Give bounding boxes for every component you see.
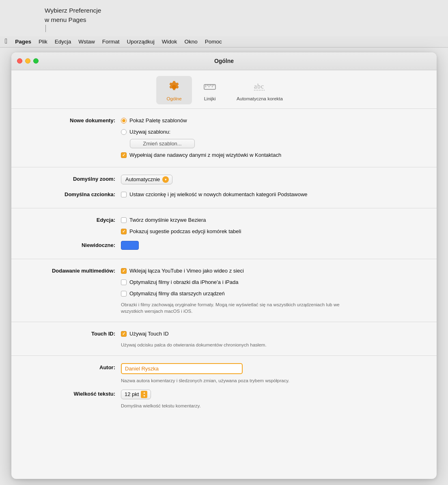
section-touchid: Touch ID: Używaj Touch ID Używaj odcisku…	[11, 322, 437, 356]
menu-okno[interactable]: Okno	[181, 38, 201, 45]
touchid-desc: Używaj odcisku palca do otwierania dokum…	[121, 342, 416, 348]
apple-menu[interactable]: 	[3, 37, 11, 45]
content-author: Nazwa autora komentarzy i śledzonych zmi…	[121, 363, 416, 384]
traffic-lights	[17, 58, 39, 64]
row-author: Autor: Nazwa autora komentarzy i śledzon…	[32, 363, 416, 384]
option-set-font-row: Ustaw czcionkę i jej wielkość w nowych d…	[121, 190, 416, 199]
menubar:  Pages Plik Edycja Wstaw Format Uporząd…	[0, 36, 448, 48]
stepper-arrows-icon: ▲ ▼	[141, 391, 147, 398]
label-set-font: Ustaw czcionkę i jej wielkość w nowych d…	[129, 191, 308, 197]
tab-autokorekta-label: Automatyczna korekta	[237, 96, 283, 101]
invisible-color-swatch[interactable]	[121, 241, 139, 250]
preferences-window: Ogólne Ogólne	[11, 52, 437, 479]
menu-edycja[interactable]: Edycja	[51, 38, 75, 45]
label-new-documents: Nowe dokumenty:	[32, 116, 121, 123]
menu-pomoc[interactable]: Pomoc	[201, 38, 226, 45]
option-bezier-row: Twórz domyślnie krzywe Beziera	[121, 216, 416, 225]
author-desc: Nazwa autora komentarzy i śledzonych zmi…	[121, 377, 340, 384]
label-author: Autor:	[32, 363, 121, 370]
window-title: Ogólne	[214, 58, 234, 64]
checkbox-bezier[interactable]	[121, 217, 127, 223]
invisible-color-row	[121, 241, 416, 250]
menu-pages[interactable]: Pages	[11, 38, 35, 45]
checkbox-optimize-mobile[interactable]	[121, 279, 127, 285]
menu-wstaw[interactable]: Wstaw	[75, 38, 99, 45]
content-media: Wklejaj łącza YouTube i Vimeo jako wideo…	[121, 266, 416, 314]
close-button[interactable]	[17, 58, 22, 64]
row-new-documents: Nowe dokumenty: Pokaż Paletę szablonów U…	[32, 116, 416, 160]
content-touchid: Używaj Touch ID Używaj odcisku palca do …	[121, 329, 416, 348]
radio-show-palette[interactable]	[121, 118, 127, 123]
titlebar: Ogólne	[11, 52, 437, 70]
author-input[interactable]	[121, 363, 243, 374]
gear-icon	[166, 79, 182, 95]
label-use-template: Używaj szablonu:	[129, 129, 170, 135]
dropdown-arrow-icon: ▾	[162, 176, 169, 183]
label-use-touchid: Używaj Touch ID	[129, 331, 169, 337]
change-template-button[interactable]: Zmień szablon...	[130, 139, 195, 148]
menu-plik[interactable]: Plik	[35, 38, 51, 45]
section-author-textsize: Autor: Nazwa autora komentarzy i śledzon…	[11, 356, 437, 416]
row-default-zoom: Domyślny zoom: Automatycznie ▾	[32, 175, 416, 185]
label-media: Dodawanie multimediów:	[32, 266, 121, 274]
tab-ogolne[interactable]: Ogólne	[156, 76, 192, 104]
minimize-button[interactable]	[25, 58, 30, 64]
label-fill-sender: Wypełniaj dane nadawcy danymi z mojej wi…	[129, 152, 281, 158]
row-default-font: Domyślna czcionka: Ustaw czcionkę i jej …	[32, 190, 416, 201]
zoom-dropdown-row: Automatycznie ▾	[121, 175, 416, 184]
tab-linijki[interactable]: Linijki	[192, 76, 228, 104]
checkbox-fill-sender[interactable]	[121, 152, 127, 158]
option-fill-sender-row: Wypełniaj dane nadawcy danymi z mojej wi…	[121, 151, 416, 160]
row-editing: Edycja: Twórz domyślnie krzywe Beziera P…	[32, 216, 416, 236]
tooltip-line2: w menu Pages	[45, 15, 86, 24]
label-show-palette: Pokaż Paletę szablonów	[129, 117, 187, 123]
zoom-dropdown-value: Automatycznie	[125, 176, 160, 182]
row-media: Dodawanie multimediów: Wklejaj łącza You…	[32, 266, 416, 314]
label-default-zoom: Domyślny zoom:	[32, 175, 121, 182]
window-wrap: Ogólne Ogólne	[0, 48, 448, 485]
textsize-stepper[interactable]: 12 pkt ▲ ▼	[121, 390, 151, 399]
textsize-stepper-row: 12 pkt ▲ ▼	[121, 390, 416, 399]
content-default-font: Ustaw czcionkę i jej wielkość w nowych d…	[121, 190, 416, 199]
tooltip-line1: Wybierz Preferencje	[45, 6, 101, 15]
maximize-button[interactable]	[33, 58, 39, 64]
textsize-value: 12 pkt	[125, 391, 139, 397]
media-desc: Obrazki i filmy zachowają oryginalne for…	[121, 301, 356, 314]
tab-autokorekta[interactable]: abc Automatyczna korekta	[228, 76, 292, 104]
menu-widok[interactable]: Widok	[158, 38, 181, 45]
menu-uporzadkuj[interactable]: Uporządkuj	[123, 38, 158, 45]
section-new-documents: Nowe dokumenty: Pokaż Paletę szablonów U…	[11, 109, 437, 167]
autocorrect-icon: abc	[252, 79, 267, 95]
label-default-font: Domyślna czcionka:	[32, 190, 121, 197]
label-textsize: Wielkość tekstu:	[32, 390, 121, 397]
tooltip-area: Wybierz Preferencje w menu Pages	[0, 0, 448, 36]
row-textsize: Wielkość tekstu: 12 pkt ▲ ▼ Domyśln	[32, 390, 416, 409]
menu-format[interactable]: Format	[99, 38, 123, 45]
section-editing: Edycja: Twórz domyślnie krzywe Beziera P…	[11, 208, 437, 259]
option-use-touchid-row: Używaj Touch ID	[121, 329, 416, 338]
checkbox-optimize-older[interactable]	[121, 291, 127, 297]
option-optimize-mobile-row: Optymalizuj filmy i obrazki dla iPhone'a…	[121, 278, 416, 287]
section-media: Dodawanie multimediów: Wklejaj łącza You…	[11, 259, 437, 322]
change-template-btn-wrap: Zmień szablon...	[121, 139, 416, 148]
radio-use-template[interactable]	[121, 129, 127, 135]
preferences-content: Nowe dokumenty: Pokaż Paletę szablonów U…	[11, 109, 437, 426]
checkbox-set-font[interactable]	[121, 192, 127, 197]
label-optimize-mobile: Optymalizuj filmy i obrazki dla iPhone'a…	[129, 279, 238, 285]
label-editing: Edycja:	[32, 216, 121, 223]
checkbox-suggestions[interactable]	[121, 229, 127, 234]
tab-linijki-label: Linijki	[204, 96, 216, 101]
checkbox-embed[interactable]	[121, 268, 127, 274]
label-embed: Wklejaj łącza YouTube i Vimeo jako wideo…	[129, 268, 244, 274]
svg-text:abc: abc	[254, 83, 264, 90]
content-editing: Twórz domyślnie krzywe Beziera Pokazuj s…	[121, 216, 416, 236]
row-touchid: Touch ID: Używaj Touch ID Używaj odcisku…	[32, 329, 416, 348]
tab-toolbar: Ogólne Linijki	[11, 70, 437, 109]
label-suggestions: Pokazuj sugestie podczas edycji komórek …	[129, 228, 241, 234]
row-invisible: Niewidoczne:	[32, 241, 416, 251]
stepper-up-icon: ▲	[143, 391, 146, 394]
label-invisible: Niewidoczne:	[32, 241, 121, 248]
textsize-desc: Domyślna wielkość tekstu komentarzy.	[121, 403, 416, 409]
zoom-dropdown[interactable]: Automatycznie ▾	[121, 175, 172, 184]
checkbox-touchid[interactable]	[121, 331, 127, 337]
